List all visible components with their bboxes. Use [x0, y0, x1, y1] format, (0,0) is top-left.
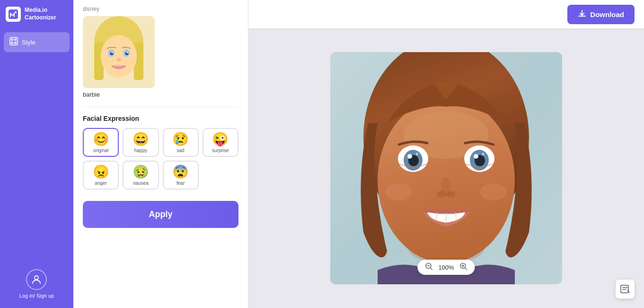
notes-button[interactable]: [616, 280, 635, 299]
svg-point-18: [127, 52, 128, 54]
style-name: barbie: [73, 88, 248, 103]
image-preview: 100%: [330, 52, 562, 284]
zoom-value: 100%: [438, 264, 454, 271]
expression-grid-row1: 😊 original 😄 happy 😢 sad 😜 surprise: [73, 128, 248, 161]
svg-rect-3: [11, 38, 13, 41]
user-avatar[interactable]: [26, 269, 47, 290]
svg-line-38: [436, 212, 437, 221]
download-button[interactable]: Download: [567, 5, 635, 24]
expression-fear[interactable]: 😨 fear: [163, 161, 199, 190]
sidebar: Media.io Cartoonizer Style: [0, 0, 73, 308]
svg-point-43: [408, 235, 484, 263]
expression-surprise[interactable]: 😜 surprise: [203, 128, 238, 157]
svg-rect-4: [14, 38, 17, 41]
divider: [83, 107, 238, 107]
logo-area: Media.io Cartoonizer: [0, 0, 73, 28]
svg-point-37: [446, 191, 456, 198]
svg-point-35: [482, 153, 485, 155]
expression-grid-row2: 😠 anger 🤢 nausea 😨 fear: [73, 161, 248, 197]
cartoon-face-svg: [330, 52, 562, 284]
barbie-thumbnail: [83, 16, 155, 88]
sidebar-nav: Style: [0, 28, 73, 56]
svg-point-36: [437, 191, 446, 198]
svg-point-19: [116, 58, 121, 62]
svg-point-17: [112, 52, 113, 54]
style-thumbnail-container[interactable]: [73, 16, 248, 88]
sidebar-item-style[interactable]: Style: [4, 32, 70, 52]
zoom-out-button[interactable]: [424, 263, 433, 272]
main-area: Download: [248, 0, 644, 308]
expression-sad[interactable]: 😢 sad: [163, 128, 199, 157]
svg-point-41: [386, 183, 412, 200]
logo-icon: [6, 7, 21, 22]
svg-rect-5: [11, 42, 13, 44]
svg-rect-6: [14, 42, 17, 44]
svg-point-7: [35, 276, 38, 280]
svg-point-42: [480, 183, 507, 200]
expression-anger[interactable]: 😠 anger: [83, 161, 119, 190]
sidebar-bottom: Log in/ Sign up: [19, 269, 54, 299]
header-bar: Download: [248, 0, 644, 28]
apply-button[interactable]: Apply: [83, 201, 238, 228]
download-icon: [578, 9, 586, 19]
facial-expression-title: Facial Expression: [73, 115, 248, 128]
zoom-control: 100%: [417, 260, 475, 275]
zoom-in-button[interactable]: [459, 263, 468, 272]
login-text[interactable]: Log in/ Sign up: [19, 293, 54, 299]
expression-original[interactable]: 😊 original: [83, 128, 119, 157]
panel: disney: [73, 0, 248, 308]
logo-text: Media.io Cartoonizer: [25, 7, 56, 21]
svg-line-45: [430, 268, 432, 270]
svg-line-48: [465, 268, 467, 270]
svg-point-33: [416, 153, 418, 155]
section-label: disney: [73, 0, 248, 16]
sidebar-style-label: Style: [22, 39, 35, 46]
svg-point-34: [474, 154, 478, 159]
svg-rect-51: [621, 285, 628, 293]
style-icon: [9, 37, 18, 47]
expression-nausea[interactable]: 🤢 nausea: [123, 161, 159, 190]
svg-line-40: [456, 212, 456, 221]
canvas-content: 100%: [248, 28, 644, 308]
svg-point-32: [407, 154, 412, 159]
svg-point-12: [101, 35, 137, 78]
expression-happy[interactable]: 😄 happy: [123, 128, 159, 157]
svg-point-1: [15, 11, 17, 13]
